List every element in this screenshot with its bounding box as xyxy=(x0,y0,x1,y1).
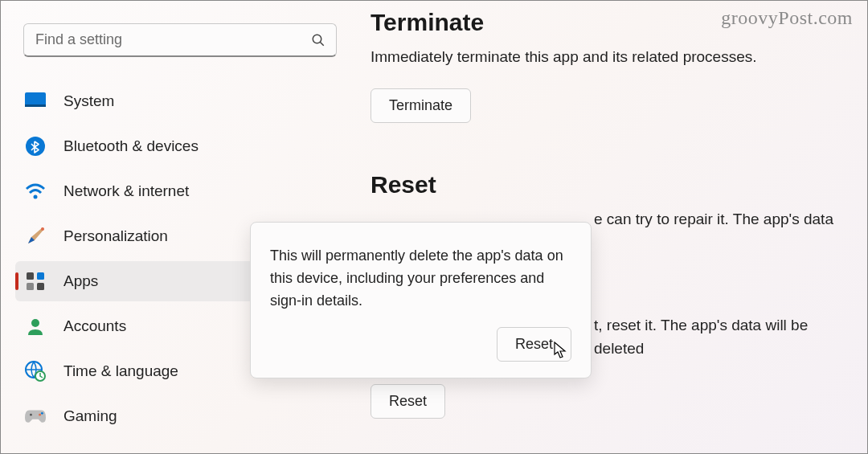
sidebar-item-label: System xyxy=(63,92,114,110)
system-icon xyxy=(25,91,46,112)
svg-rect-9 xyxy=(27,283,34,290)
wifi-icon xyxy=(25,181,46,202)
reset-confirm-popup: This will permanently delete the app's d… xyxy=(250,222,592,378)
svg-rect-8 xyxy=(37,272,44,280)
sidebar-item-label: Time & language xyxy=(63,362,178,380)
sidebar-item-gaming[interactable]: Gaming xyxy=(15,396,256,436)
popup-message: This will permanently delete the app's d… xyxy=(270,245,571,313)
globe-clock-icon xyxy=(25,361,46,382)
sidebar-item-label: Personalization xyxy=(63,227,168,245)
sidebar-item-time-language[interactable]: Time & language xyxy=(15,351,256,391)
terminate-heading: Terminate xyxy=(371,9,859,36)
reset-button[interactable]: Reset xyxy=(371,384,445,419)
reset-heading: Reset xyxy=(371,171,859,198)
gamepad-icon xyxy=(25,406,46,427)
sidebar-item-accounts[interactable]: Accounts xyxy=(15,306,256,346)
sidebar-item-network[interactable]: Network & internet xyxy=(15,171,256,211)
cursor-icon xyxy=(554,342,568,359)
svg-point-15 xyxy=(39,414,41,416)
sidebar-item-apps[interactable]: Apps xyxy=(15,261,256,301)
sidebar-item-label: Accounts xyxy=(63,317,126,335)
repair-description-fragment: e can try to repair it. The app's data xyxy=(594,208,859,231)
svg-point-5 xyxy=(34,195,38,199)
sidebar-item-label: Bluetooth & devices xyxy=(63,137,199,155)
bluetooth-icon xyxy=(25,136,46,157)
svg-rect-7 xyxy=(27,272,34,280)
sidebar-item-label: Apps xyxy=(63,272,98,290)
paintbrush-icon xyxy=(25,226,46,247)
svg-point-14 xyxy=(30,414,32,416)
svg-point-11 xyxy=(31,319,39,327)
terminate-section: Terminate Immediately terminate this app… xyxy=(371,9,859,123)
search-input[interactable] xyxy=(23,23,337,57)
search-container xyxy=(23,23,337,57)
terminate-button[interactable]: Terminate xyxy=(371,88,471,123)
svg-rect-10 xyxy=(37,283,44,290)
accounts-icon xyxy=(25,316,46,337)
sidebar-item-bluetooth[interactable]: Bluetooth & devices xyxy=(15,126,256,166)
reset-description-fragment: t, reset it. The app's data will be dele… xyxy=(594,314,859,360)
svg-point-6 xyxy=(41,227,44,231)
sidebar-item-label: Network & internet xyxy=(63,182,189,200)
svg-rect-3 xyxy=(25,104,46,107)
sidebar-item-system[interactable]: System xyxy=(15,81,256,121)
svg-point-16 xyxy=(41,412,43,415)
sidebar-item-label: Gaming xyxy=(63,407,117,425)
sidebar-item-personalization[interactable]: Personalization xyxy=(15,216,256,256)
sidebar: System Bluetooth & devices Network & int… xyxy=(15,81,256,441)
apps-icon xyxy=(25,271,46,292)
terminate-description: Immediately terminate this app and its r… xyxy=(371,46,859,69)
